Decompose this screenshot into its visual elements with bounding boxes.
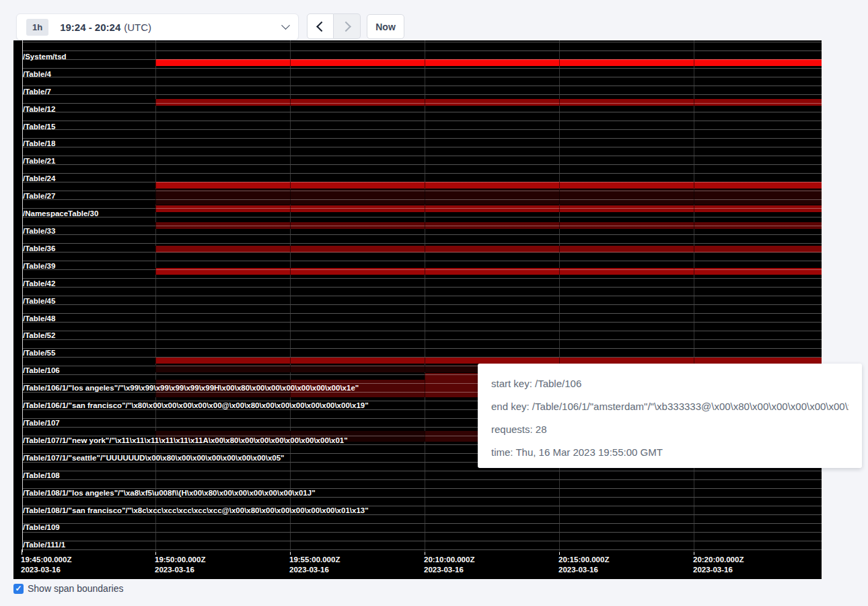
row-label: /Table/108/1/"san francisco"/"\x8c\xcc\x… — [23, 507, 369, 514]
heatmap-plot[interactable]: /System/tsd/Table/4/Table/7/Table/12/Tab… — [13, 40, 822, 552]
row-label: /Table/106/1/"los angeles"/"\x99\x99\x99… — [23, 384, 359, 392]
key-visualizer-page: 1h 19:24 - 20:24 (UTC) Now /System/tsd/T… — [0, 0, 868, 606]
next-time-button[interactable] — [334, 13, 361, 39]
time-toolbar: 1h 19:24 - 20:24 (UTC) Now — [0, 0, 868, 40]
time-nav-group — [307, 13, 361, 39]
gridline — [425, 40, 425, 552]
axis-tick-label: 19:55:00.000Z2023-03-16 — [289, 555, 340, 575]
tooltip-time: time: Thu, 16 Mar 2023 19:55:00 GMT — [491, 441, 848, 464]
row-label: /Table/107/1/"new york"/"\x11\x11\x11\x1… — [23, 437, 348, 444]
axis-tick-time: 19:55:00.000Z — [289, 555, 340, 565]
axis-tick-label: 20:15:00.000Z2023-03-16 — [558, 555, 609, 575]
gridline — [559, 40, 560, 552]
row-label: /Table/24 — [23, 175, 55, 182]
axis-tick-time: 20:20:00.000Z — [693, 555, 744, 565]
span-boundaries-layer — [22, 42, 822, 551]
row-label: /Table/15 — [23, 123, 55, 131]
show-span-boundaries-label: Show span boundaries — [28, 583, 123, 594]
key-visualizer-chart[interactable]: /System/tsd/Table/4/Table/7/Table/12/Tab… — [13, 40, 822, 579]
axis-tick-label: 19:45:00.000Z2023-03-16 — [21, 555, 71, 575]
row-label: /Table/52 — [23, 332, 55, 339]
gridline — [290, 40, 291, 552]
footer-controls: ✓ Show span boundaries — [13, 583, 123, 594]
row-label: /Table/107 — [23, 419, 60, 427]
axis-tick-date: 2023-03-16 — [558, 565, 609, 575]
time-range-select[interactable]: 1h 19:24 - 20:24 (UTC) — [16, 13, 299, 40]
row-label: /Table/45 — [23, 298, 55, 305]
row-label: /Table/106 — [23, 367, 60, 374]
chevron-right-icon — [340, 21, 351, 32]
row-label: /Table/108 — [23, 472, 60, 479]
row-label: /Table/48 — [23, 315, 55, 323]
axis-tick-label: 19:50:00.000Z2023-03-16 — [155, 555, 205, 575]
row-label: /System/tsd — [23, 53, 67, 61]
axis-tick-date: 2023-03-16 — [693, 565, 744, 575]
show-span-boundaries-checkbox[interactable]: ✓ — [13, 584, 24, 594]
gridline — [694, 40, 694, 552]
time-axis: 19:45:00.000Z2023-03-1619:50:00.000Z2023… — [13, 552, 822, 579]
row-label: /Table/12 — [23, 106, 55, 113]
axis-tick-date: 2023-03-16 — [21, 565, 71, 575]
row-label: /Table/4 — [23, 71, 51, 78]
duration-badge: 1h — [26, 19, 48, 36]
axis-tick-time: 19:50:00.000Z — [155, 555, 205, 565]
gridline — [155, 40, 156, 552]
row-label: /Table/18 — [23, 140, 55, 147]
axis-tick-time: 20:10:00.000Z — [424, 555, 474, 565]
row-label: /Table/36 — [23, 245, 55, 252]
tooltip-end-key: end key: /Table/106/1/"amsterdam"/"\xb33… — [491, 395, 848, 418]
tooltip-requests: requests: 28 — [491, 418, 848, 441]
row-label: /Table/108/1/"los angeles"/"\xa8\xf5\u00… — [23, 490, 316, 497]
tooltip-start-key: start key: /Table/106 — [491, 372, 848, 395]
row-label: /Table/39 — [23, 263, 55, 270]
axis-tick-date: 2023-03-16 — [424, 565, 474, 575]
row-label: /Table/106/1/"san francisco"/"\x80\x00\x… — [23, 402, 369, 409]
chevron-down-icon — [281, 21, 290, 30]
row-label: /Table/33 — [23, 228, 55, 235]
row-label: /Table/7 — [23, 88, 51, 96]
prev-time-button[interactable] — [307, 13, 334, 39]
timezone-label: (UTC) — [124, 22, 151, 33]
row-label: /Table/21 — [23, 158, 55, 165]
row-label: /Table/107/1/"seattle"/"UUUUUUD\x00\x80\… — [23, 454, 285, 462]
bucket-tooltip: start key: /Table/106 end key: /Table/10… — [478, 364, 862, 468]
axis-tick-label: 20:20:00.000Z2023-03-16 — [693, 555, 744, 575]
time-range-label: 19:24 - 20:24 — [60, 22, 120, 33]
axis-tick-time: 19:45:00.000Z — [21, 555, 71, 565]
chevron-left-icon — [316, 21, 327, 32]
row-label: /NamespaceTable/30 — [23, 210, 98, 217]
axis-tick-time: 20:15:00.000Z — [558, 555, 609, 565]
row-label: /Table/55 — [23, 349, 55, 357]
axis-tick-label: 20:10:00.000Z2023-03-16 — [424, 555, 474, 575]
axis-tick-date: 2023-03-16 — [289, 565, 340, 575]
row-label: /Table/111/1 — [23, 541, 65, 549]
axis-tick-date: 2023-03-16 — [155, 565, 205, 575]
row-label: /Table/27 — [23, 193, 55, 200]
now-button[interactable]: Now — [367, 14, 404, 39]
row-label: /Table/109 — [23, 524, 60, 531]
row-label: /Table/42 — [23, 280, 55, 288]
